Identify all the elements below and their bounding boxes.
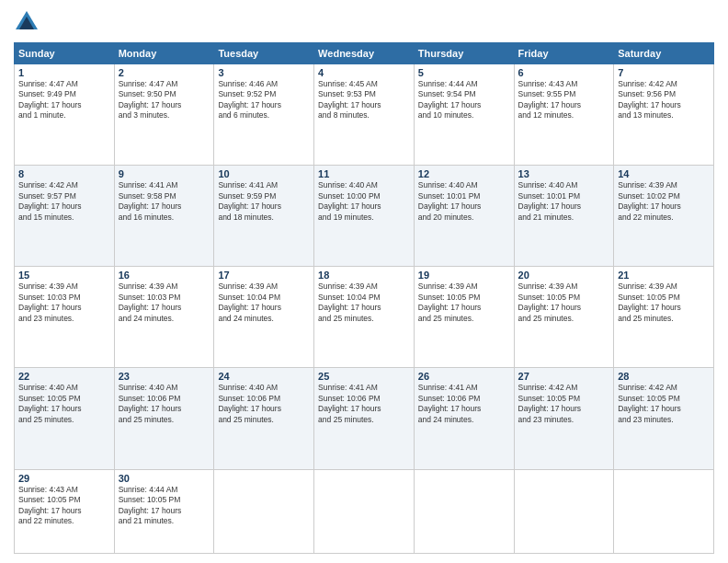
day-number: 7 <box>618 67 710 78</box>
calendar-cell: 9Sunrise: 4:41 AMSunset: 9:58 PMDaylight… <box>114 166 214 267</box>
weekday-header-sunday: Sunday <box>15 43 115 64</box>
day-number: 14 <box>618 168 710 179</box>
day-number: 16 <box>119 270 210 281</box>
calendar-cell: 16Sunrise: 4:39 AMSunset: 10:03 PMDaylig… <box>114 267 214 368</box>
day-number: 30 <box>119 473 210 484</box>
weekday-header-monday: Monday <box>114 43 214 64</box>
day-info: Sunrise: 4:40 AMSunset: 10:05 PMDaylight… <box>18 383 110 425</box>
day-info: Sunrise: 4:43 AMSunset: 10:05 PMDaylight… <box>18 485 110 527</box>
weekday-header-tuesday: Tuesday <box>214 43 314 64</box>
day-number: 3 <box>218 67 310 78</box>
calendar-cell: 27Sunrise: 4:42 AMSunset: 10:05 PMDaylig… <box>514 368 614 469</box>
day-info: Sunrise: 4:39 AMSunset: 10:03 PMDaylight… <box>18 282 110 324</box>
day-info: Sunrise: 4:40 AMSunset: 10:06 PMDaylight… <box>119 383 210 425</box>
day-number: 25 <box>318 371 410 382</box>
calendar-cell: 19Sunrise: 4:39 AMSunset: 10:05 PMDaylig… <box>414 267 514 368</box>
calendar-table: SundayMondayTuesdayWednesdayThursdayFrid… <box>14 42 714 554</box>
calendar-cell: 17Sunrise: 4:39 AMSunset: 10:04 PMDaylig… <box>214 267 314 368</box>
day-info: Sunrise: 4:42 AMSunset: 9:56 PMDaylight:… <box>618 79 710 121</box>
weekday-header-wednesday: Wednesday <box>314 43 415 64</box>
day-info: Sunrise: 4:39 AMSunset: 10:04 PMDaylight… <box>218 282 310 324</box>
page: SundayMondayTuesdayWednesdayThursdayFrid… <box>0 0 728 563</box>
day-number: 28 <box>618 371 710 382</box>
calendar-cell: 6Sunrise: 4:43 AMSunset: 9:55 PMDaylight… <box>514 64 614 166</box>
day-info: Sunrise: 4:42 AMSunset: 9:57 PMDaylight:… <box>18 180 110 223</box>
day-number: 5 <box>418 67 510 78</box>
calendar-cell: 22Sunrise: 4:40 AMSunset: 10:05 PMDaylig… <box>15 368 115 469</box>
weekday-header-thursday: Thursday <box>414 43 514 64</box>
calendar-cell: 25Sunrise: 4:41 AMSunset: 10:06 PMDaylig… <box>314 368 415 469</box>
weekday-header-saturday: Saturday <box>614 43 714 64</box>
day-number: 2 <box>119 67 210 78</box>
calendar-cell: 8Sunrise: 4:42 AMSunset: 9:57 PMDaylight… <box>15 166 115 267</box>
day-number: 6 <box>518 67 610 78</box>
day-info: Sunrise: 4:46 AMSunset: 9:52 PMDaylight:… <box>218 79 310 121</box>
calendar-cell: 2Sunrise: 4:47 AMSunset: 9:50 PMDaylight… <box>114 64 214 166</box>
calendar-cell: 13Sunrise: 4:40 AMSunset: 10:01 PMDaylig… <box>514 166 614 267</box>
day-number: 20 <box>518 270 610 281</box>
calendar-cell: 11Sunrise: 4:40 AMSunset: 10:00 PMDaylig… <box>314 166 415 267</box>
day-info: Sunrise: 4:42 AMSunset: 10:05 PMDaylight… <box>518 383 610 425</box>
calendar-cell <box>214 469 314 553</box>
day-info: Sunrise: 4:39 AMSunset: 10:05 PMDaylight… <box>618 282 710 324</box>
logo-icon <box>14 9 40 35</box>
day-number: 23 <box>119 371 210 382</box>
day-number: 15 <box>18 270 110 281</box>
day-number: 29 <box>18 473 110 484</box>
day-info: Sunrise: 4:44 AMSunset: 9:54 PMDaylight:… <box>418 79 510 121</box>
calendar-cell <box>514 469 614 553</box>
day-info: Sunrise: 4:40 AMSunset: 10:06 PMDaylight… <box>218 383 310 425</box>
day-number: 17 <box>218 270 310 281</box>
day-number: 4 <box>318 67 410 78</box>
logo <box>14 9 43 35</box>
day-info: Sunrise: 4:39 AMSunset: 10:04 PMDaylight… <box>318 282 410 324</box>
calendar-cell: 23Sunrise: 4:40 AMSunset: 10:06 PMDaylig… <box>114 368 214 469</box>
day-info: Sunrise: 4:40 AMSunset: 10:01 PMDaylight… <box>418 180 510 223</box>
day-number: 22 <box>18 371 110 382</box>
calendar-cell: 18Sunrise: 4:39 AMSunset: 10:04 PMDaylig… <box>314 267 415 368</box>
day-info: Sunrise: 4:40 AMSunset: 10:00 PMDaylight… <box>318 180 410 223</box>
weekday-header-friday: Friday <box>514 43 614 64</box>
calendar-cell: 21Sunrise: 4:39 AMSunset: 10:05 PMDaylig… <box>614 267 714 368</box>
calendar-cell: 10Sunrise: 4:41 AMSunset: 9:59 PMDayligh… <box>214 166 314 267</box>
calendar-cell: 7Sunrise: 4:42 AMSunset: 9:56 PMDaylight… <box>614 64 714 166</box>
day-number: 11 <box>318 168 410 179</box>
calendar-cell <box>614 469 714 553</box>
day-number: 26 <box>418 371 510 382</box>
calendar-cell: 24Sunrise: 4:40 AMSunset: 10:06 PMDaylig… <box>214 368 314 469</box>
day-info: Sunrise: 4:43 AMSunset: 9:55 PMDaylight:… <box>518 79 610 121</box>
day-info: Sunrise: 4:41 AMSunset: 10:06 PMDaylight… <box>418 383 510 425</box>
calendar-cell: 12Sunrise: 4:40 AMSunset: 10:01 PMDaylig… <box>414 166 514 267</box>
day-number: 8 <box>18 168 110 179</box>
calendar-cell: 15Sunrise: 4:39 AMSunset: 10:03 PMDaylig… <box>15 267 115 368</box>
day-info: Sunrise: 4:39 AMSunset: 10:05 PMDaylight… <box>418 282 510 324</box>
day-number: 27 <box>518 371 610 382</box>
calendar-cell: 30Sunrise: 4:44 AMSunset: 10:05 PMDaylig… <box>114 469 214 553</box>
day-info: Sunrise: 4:41 AMSunset: 10:06 PMDaylight… <box>318 383 410 425</box>
day-info: Sunrise: 4:39 AMSunset: 10:05 PMDaylight… <box>518 282 610 324</box>
calendar-cell: 20Sunrise: 4:39 AMSunset: 10:05 PMDaylig… <box>514 267 614 368</box>
day-number: 19 <box>418 270 510 281</box>
day-info: Sunrise: 4:45 AMSunset: 9:53 PMDaylight:… <box>318 79 410 121</box>
day-info: Sunrise: 4:41 AMSunset: 9:58 PMDaylight:… <box>119 180 210 223</box>
day-info: Sunrise: 4:47 AMSunset: 9:50 PMDaylight:… <box>119 79 210 121</box>
day-info: Sunrise: 4:40 AMSunset: 10:01 PMDaylight… <box>518 180 610 223</box>
day-info: Sunrise: 4:39 AMSunset: 10:02 PMDaylight… <box>618 180 710 223</box>
day-number: 18 <box>318 270 410 281</box>
day-info: Sunrise: 4:44 AMSunset: 10:05 PMDaylight… <box>119 485 210 527</box>
day-number: 9 <box>119 168 210 179</box>
day-info: Sunrise: 4:42 AMSunset: 10:05 PMDaylight… <box>618 383 710 425</box>
calendar-cell: 29Sunrise: 4:43 AMSunset: 10:05 PMDaylig… <box>15 469 115 553</box>
day-number: 13 <box>518 168 610 179</box>
day-number: 10 <box>218 168 310 179</box>
calendar-cell <box>314 469 415 553</box>
day-info: Sunrise: 4:39 AMSunset: 10:03 PMDaylight… <box>119 282 210 324</box>
day-number: 1 <box>18 67 110 78</box>
header <box>14 9 714 35</box>
calendar-cell: 5Sunrise: 4:44 AMSunset: 9:54 PMDaylight… <box>414 64 514 166</box>
day-info: Sunrise: 4:41 AMSunset: 9:59 PMDaylight:… <box>218 180 310 223</box>
calendar-cell: 28Sunrise: 4:42 AMSunset: 10:05 PMDaylig… <box>614 368 714 469</box>
calendar-cell: 26Sunrise: 4:41 AMSunset: 10:06 PMDaylig… <box>414 368 514 469</box>
day-number: 24 <box>218 371 310 382</box>
day-number: 12 <box>418 168 510 179</box>
